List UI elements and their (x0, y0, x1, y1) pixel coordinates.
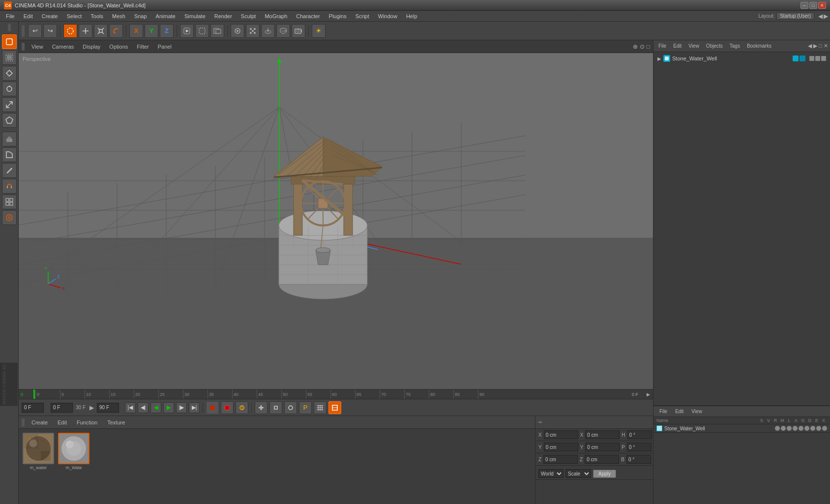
viewport-tab-view[interactable]: View (28, 43, 47, 51)
end-frame-input[interactable] (97, 403, 119, 413)
go-to-end-button[interactable]: ▶| (189, 402, 200, 413)
viewport-tab-cameras[interactable]: Cameras (48, 43, 78, 51)
attr-dot-6[interactable] (804, 426, 809, 431)
move-button[interactable] (79, 24, 92, 38)
object-row-well[interactable]: ▶ Stone_Water_Well (655, 54, 828, 63)
obj-panel-icon-3[interactable]: □ (819, 43, 822, 49)
record-active-button[interactable] (206, 401, 219, 414)
play-reverse-button[interactable]: ◀ (150, 402, 161, 413)
scheme-button[interactable] (328, 401, 341, 414)
menu-snap[interactable]: Snap (130, 12, 151, 20)
attr-dot-2[interactable] (781, 426, 786, 431)
menu-tools[interactable]: Tools (87, 12, 107, 20)
grid-snap-button[interactable] (246, 24, 260, 38)
y-position-input[interactable] (544, 443, 578, 451)
scale-tool-button[interactable] (2, 97, 17, 112)
camera-button[interactable] (292, 24, 305, 38)
coord-system-select[interactable]: World Object (538, 469, 563, 478)
attr-dot-8[interactable] (816, 426, 821, 431)
workplane-button[interactable] (261, 24, 275, 38)
rotate-mode-button[interactable] (284, 401, 297, 414)
fps-arrow[interactable]: ▶ (89, 404, 95, 411)
obj-tab-objects[interactable]: Objects (703, 42, 726, 50)
menu-plugins[interactable]: Plugins (325, 12, 351, 20)
mat-tab-edit[interactable]: Edit (54, 419, 71, 426)
mat-tab-create[interactable]: Create (28, 419, 52, 426)
menu-create[interactable]: Create (38, 12, 62, 20)
render-button[interactable] (180, 24, 194, 38)
attr-tab-file[interactable]: File (656, 408, 670, 415)
position-mode-button[interactable]: P (299, 401, 312, 414)
menu-select[interactable]: Select (63, 12, 86, 20)
layout-dropdown[interactable]: Startup (User) (776, 12, 814, 20)
move-tool-button[interactable] (2, 50, 17, 65)
maximize-button[interactable]: □ (809, 2, 817, 9)
vis-v[interactable] (815, 56, 820, 61)
attr-dot-1[interactable] (775, 426, 780, 431)
light-button[interactable]: ☀ (312, 24, 326, 38)
obj-tab-tags[interactable]: Tags (727, 42, 743, 50)
timeline-playhead[interactable] (33, 390, 35, 399)
menu-render[interactable]: Render (210, 12, 236, 20)
viewport-tab-display[interactable]: Display (79, 43, 104, 51)
rotate-button[interactable] (109, 24, 123, 38)
menu-help[interactable]: Help (402, 12, 421, 20)
axis-button[interactable]: C4D (276, 24, 290, 38)
layout-next-icon[interactable]: ▶ (824, 13, 828, 20)
menu-simulate[interactable]: Simulate (180, 12, 209, 20)
x-size-input[interactable] (585, 430, 620, 439)
menu-edit[interactable]: Edit (20, 12, 37, 20)
live-selection-button[interactable] (63, 24, 77, 38)
tag-green[interactable] (793, 56, 799, 61)
menu-window[interactable]: Window (374, 12, 401, 20)
step-back-button[interactable]: ◀| (138, 402, 148, 413)
transform-mode-select[interactable]: Scale Rotate Move (565, 469, 591, 478)
grid-tool-button[interactable] (2, 195, 17, 209)
knife-tool-button[interactable] (2, 163, 17, 178)
viewport-icon-3[interactable]: □ (647, 43, 650, 50)
current-frame-input[interactable] (22, 403, 44, 413)
obj-panel-icon-2[interactable]: ▶ (813, 43, 817, 49)
layout-prev-icon[interactable]: ◀ (818, 13, 823, 20)
mat-tab-function[interactable]: Function (73, 419, 101, 426)
viewport-canvas[interactable]: Y X Z (19, 53, 653, 389)
attr-dot-4[interactable] (793, 426, 798, 431)
dots-mode-button[interactable] (314, 401, 326, 414)
scale-mode-button[interactable] (269, 401, 282, 414)
polygon-tool-button[interactable] (2, 66, 17, 81)
obj-panel-icon-1[interactable]: ◀ (808, 43, 812, 49)
scale-button[interactable] (94, 24, 108, 38)
close-button[interactable]: ✕ (818, 2, 826, 9)
record-button[interactable] (221, 401, 234, 414)
viewport-icon-1[interactable]: ⊕ (633, 43, 638, 50)
z-size-input[interactable] (585, 455, 619, 464)
z-axis-button[interactable]: Z (160, 24, 174, 38)
bend-tool-button[interactable] (2, 210, 17, 225)
b-rotation-input[interactable] (626, 455, 651, 464)
extrude-tool-button[interactable] (2, 132, 17, 146)
play-button[interactable]: ▶ (163, 402, 174, 413)
attr-dot-7[interactable] (810, 426, 815, 431)
add-tool-button[interactable] (2, 113, 17, 128)
step-forward-button[interactable]: |▶ (176, 402, 187, 413)
viewport-icon-2[interactable]: ⊙ (640, 43, 645, 50)
move-mode-button[interactable] (255, 401, 267, 414)
h-rotation-input[interactable] (627, 430, 652, 439)
render-all-button[interactable] (210, 24, 224, 38)
attr-tab-edit[interactable]: Edit (672, 408, 686, 415)
menu-mesh[interactable]: Mesh (108, 12, 129, 20)
vis-s[interactable] (809, 56, 814, 61)
attr-tab-view[interactable]: View (688, 408, 705, 415)
material-item-water[interactable]: m_Wate (58, 433, 89, 500)
z-position-input[interactable] (543, 455, 578, 464)
attr-dot-5[interactable] (799, 426, 803, 431)
bevel-tool-button[interactable] (2, 147, 17, 162)
go-to-start-button[interactable]: |◀ (125, 402, 136, 413)
x-axis-button[interactable]: X (129, 24, 143, 38)
menu-character[interactable]: Character (292, 12, 324, 20)
p-rotation-input[interactable] (627, 443, 652, 451)
start-frame-input[interactable] (51, 403, 73, 413)
viewport-tab-panel[interactable]: Panel (154, 43, 176, 51)
viewport-tab-filter[interactable]: Filter (133, 43, 152, 51)
apply-button[interactable]: Apply (593, 470, 616, 478)
